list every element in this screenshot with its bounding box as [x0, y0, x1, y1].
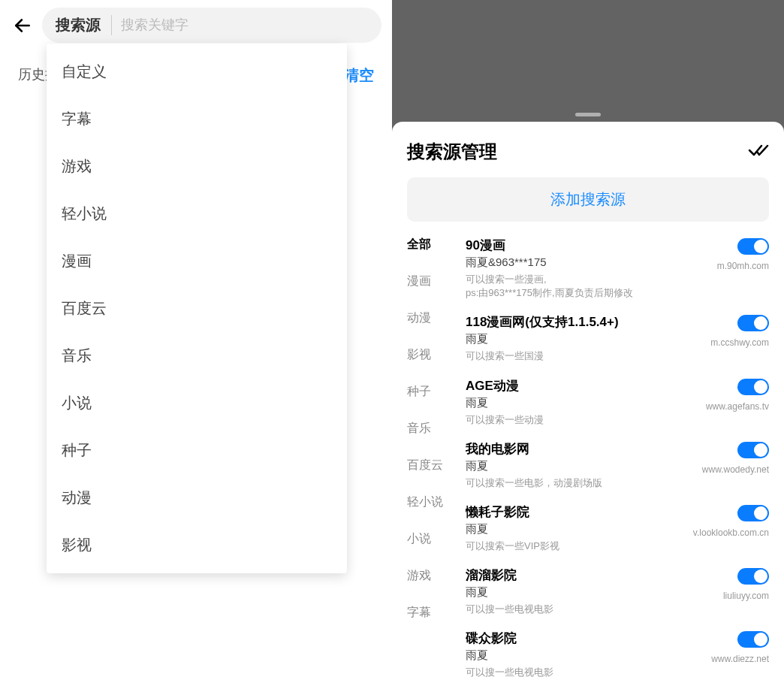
source-right: m.ccshwy.com [710, 313, 769, 348]
category-item[interactable]: 漫画 [407, 273, 466, 289]
source-url: www.diezz.net [711, 654, 769, 664]
source-toggle[interactable] [737, 568, 769, 585]
source-item[interactable]: 我的电影网雨夏可以搜索一些电影，动漫剧场版www.wodedy.net [466, 437, 769, 500]
category-item[interactable]: 影视 [407, 347, 466, 363]
source-list: 90漫画雨夏&963***175可以搜索一些漫画, ps:由963***175制… [466, 234, 769, 686]
source-url: www.wodedy.net [702, 464, 769, 475]
arrow-left-icon [13, 16, 32, 35]
double-check-icon [748, 143, 769, 158]
source-desc: 可以搜索一些漫画, ps:由963***175制作,雨夏负责后期修改 [466, 273, 708, 300]
category-item[interactable]: 全部 [407, 237, 466, 252]
source-title: 碟众影院 [466, 630, 702, 647]
source-right: www.diezz.net [711, 630, 769, 664]
source-url: m.90mh.com [717, 261, 769, 271]
source-toggle[interactable] [737, 315, 769, 331]
source-toggle[interactable] [737, 379, 769, 395]
back-button[interactable] [11, 14, 35, 38]
source-author: 雨夏 [466, 332, 701, 346]
dropdown-item[interactable]: 影视 [47, 521, 347, 569]
source-title: 90漫画 [466, 237, 708, 254]
source-desc: 可以搜索一些动漫 [466, 413, 697, 427]
source-url: v.looklookb.com.cn [693, 527, 769, 538]
source-title: 我的电影网 [466, 440, 693, 458]
source-desc: 可以搜一些电视电影 [466, 666, 702, 679]
source-author: 雨夏 [466, 396, 697, 410]
sheet-header: 搜索源管理 [407, 140, 769, 164]
category-item[interactable]: 轻小说 [407, 494, 466, 510]
dropdown-item[interactable]: 动漫 [47, 474, 347, 521]
bottom-sheet: 搜索源管理 添加搜索源 全部漫画动漫影视种子音乐百度云轻小说小说游戏字幕 90漫… [392, 122, 784, 686]
source-info: AGE动漫雨夏可以搜索一些动漫 [466, 377, 697, 427]
source-title: AGE动漫 [466, 377, 697, 394]
add-source-button[interactable]: 添加搜索源 [407, 177, 769, 222]
category-item[interactable]: 音乐 [407, 421, 466, 437]
dropdown-item[interactable]: 音乐 [47, 332, 347, 379]
source-desc: 可以搜索一些VIP影视 [466, 539, 684, 553]
source-right: liuliuyy.com [723, 567, 769, 601]
content-area: 全部漫画动漫影视种子音乐百度云轻小说小说游戏字幕 90漫画雨夏&963***17… [407, 234, 769, 686]
dropdown-item[interactable]: 字幕 [47, 95, 347, 143]
sheet-handle[interactable] [575, 113, 601, 116]
source-url: liuliuyy.com [723, 591, 769, 601]
source-desc: 可以搜索一些电影，动漫剧场版 [466, 476, 693, 490]
source-item[interactable]: AGE动漫雨夏可以搜索一些动漫www.agefans.tv [466, 374, 769, 437]
source-right: www.agefans.tv [706, 377, 769, 412]
category-item[interactable]: 游戏 [407, 568, 466, 584]
source-desc: 可以搜索一些国漫 [466, 349, 701, 363]
source-right: v.looklookb.com.cn [693, 503, 769, 538]
categories-list: 全部漫画动漫影视种子音乐百度云轻小说小说游戏字幕 [407, 234, 466, 686]
category-item[interactable]: 字幕 [407, 605, 466, 621]
source-item[interactable]: 118漫画网(仅支持1.1.5.4+)雨夏可以搜索一些国漫m.ccshwy.co… [466, 310, 769, 373]
source-author: 雨夏 [466, 648, 702, 663]
check-all-button[interactable] [748, 143, 769, 161]
source-author: 雨夏 [466, 585, 714, 600]
dropdown-item[interactable]: 漫画 [47, 237, 347, 285]
source-toggle[interactable] [737, 631, 769, 648]
clear-button[interactable]: 清空 [344, 65, 374, 86]
category-item[interactable]: 百度云 [407, 458, 466, 473]
source-item[interactable]: 懒耗子影院雨夏可以搜索一些VIP影视v.looklookb.com.cn [466, 500, 769, 564]
sheet-title: 搜索源管理 [407, 140, 497, 164]
source-author: 雨夏 [466, 522, 684, 536]
source-author: 雨夏&963***175 [466, 255, 708, 270]
dropdown-item[interactable]: 百度云 [47, 285, 347, 332]
dropdown-item[interactable]: 轻小说 [47, 190, 347, 237]
source-toggle[interactable] [737, 442, 769, 458]
source-dropdown: 自定义字幕游戏轻小说漫画百度云音乐小说种子动漫影视 [47, 44, 347, 573]
left-panel: 搜索源 历史搜 清空 自定义字幕游戏轻小说漫画百度云音乐小说种子动漫影视 [0, 0, 392, 686]
source-title: 118漫画网(仅支持1.1.5.4+) [466, 313, 701, 331]
source-url: www.agefans.tv [706, 401, 769, 412]
dropdown-item[interactable]: 小说 [47, 379, 347, 427]
source-url: m.ccshwy.com [710, 337, 769, 348]
category-item[interactable]: 小说 [407, 531, 466, 547]
source-item[interactable]: 碟众影院雨夏可以搜一些电视电影www.diezz.net [466, 627, 769, 686]
source-selector[interactable]: 搜索源 [56, 15, 112, 35]
source-author: 雨夏 [466, 459, 693, 473]
dropdown-item[interactable]: 自定义 [47, 48, 347, 95]
search-input[interactable] [112, 17, 368, 33]
source-right: www.wodedy.net [702, 440, 769, 475]
category-item[interactable]: 种子 [407, 384, 466, 400]
category-item[interactable]: 动漫 [407, 310, 466, 326]
source-info: 懒耗子影院雨夏可以搜索一些VIP影视 [466, 503, 684, 553]
search-box: 搜索源 [42, 8, 381, 43]
source-info: 碟众影院雨夏可以搜一些电视电影 [466, 630, 702, 679]
dropdown-item[interactable]: 游戏 [47, 143, 347, 190]
right-panel: 搜索源管理 添加搜索源 全部漫画动漫影视种子音乐百度云轻小说小说游戏字幕 90漫… [392, 0, 784, 686]
source-desc: 可以搜一些电视电影 [466, 603, 714, 616]
source-info: 溜溜影院雨夏可以搜一些电视电影 [466, 567, 714, 616]
source-item[interactable]: 溜溜影院雨夏可以搜一些电视电影liuliuyy.com [466, 564, 769, 627]
source-toggle[interactable] [737, 238, 769, 255]
source-right: m.90mh.com [717, 237, 769, 271]
source-info: 90漫画雨夏&963***175可以搜索一些漫画, ps:由963***175制… [466, 237, 708, 300]
source-title: 懒耗子影院 [466, 503, 684, 521]
source-info: 118漫画网(仅支持1.1.5.4+)雨夏可以搜索一些国漫 [466, 313, 701, 363]
source-toggle[interactable] [737, 505, 769, 521]
source-info: 我的电影网雨夏可以搜索一些电影，动漫剧场版 [466, 440, 693, 490]
dropdown-item[interactable]: 种子 [47, 427, 347, 474]
source-title: 溜溜影院 [466, 567, 714, 584]
left-header: 搜索源 [0, 0, 392, 50]
source-item[interactable]: 90漫画雨夏&963***175可以搜索一些漫画, ps:由963***175制… [466, 234, 769, 310]
